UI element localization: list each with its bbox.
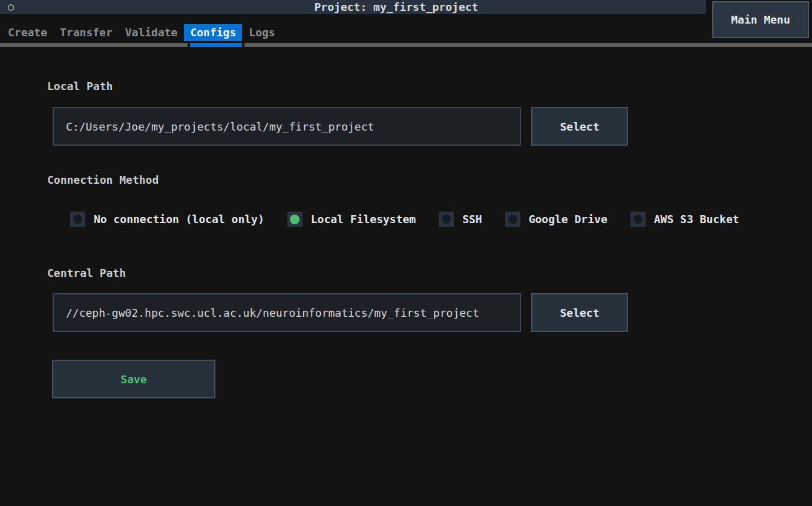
local-path-select-button[interactable]: Select <box>531 107 628 146</box>
central-path-row: Select <box>53 293 812 332</box>
radio-button-icon <box>630 212 646 227</box>
top-area: ○ Project: my_first_project Main Menu Cr… <box>0 0 812 47</box>
local-path-row: Select <box>53 107 812 146</box>
radio-label: Local Filesystem <box>311 213 416 225</box>
tab-logs[interactable]: Logs <box>243 24 281 41</box>
radio-no-connection[interactable]: No connection (local only) <box>70 212 264 227</box>
radio-aws-s3-bucket[interactable]: AWS S3 Bucket <box>630 212 739 227</box>
radio-local-filesystem[interactable]: Local Filesystem <box>287 212 416 227</box>
tab-transfer[interactable]: Transfer <box>54 24 119 41</box>
configs-panel: Local Path Select Connection Method No c… <box>0 80 812 398</box>
header-circle-icon[interactable]: ○ <box>8 1 14 13</box>
tab-underline-left <box>0 43 188 47</box>
local-path-label: Local Path <box>47 80 812 93</box>
radio-button-icon <box>287 212 303 227</box>
local-path-input[interactable] <box>53 107 521 146</box>
radio-button-icon <box>439 212 454 227</box>
tab-underline-right <box>244 43 812 47</box>
tab-validate[interactable]: Validate <box>119 24 184 41</box>
radio-button-icon <box>505 212 520 227</box>
central-path-select-button[interactable]: Select <box>531 293 628 332</box>
tab-configs[interactable]: Configs <box>184 24 242 41</box>
tab-bar: Create Transfer Validate Configs Logs <box>2 24 281 41</box>
connection-method-label: Connection Method <box>47 174 812 187</box>
radio-button-icon <box>70 212 85 227</box>
radio-ssh[interactable]: SSH <box>439 212 482 227</box>
radio-label: AWS S3 Bucket <box>654 213 739 225</box>
radio-label: No connection (local only) <box>94 213 264 225</box>
save-button[interactable]: Save <box>52 360 215 398</box>
tab-underline-active <box>190 43 242 47</box>
radio-google-drive[interactable]: Google Drive <box>505 212 607 227</box>
central-path-input[interactable] <box>53 293 521 332</box>
radio-label: SSH <box>462 213 482 225</box>
page-title: Project: my_first_project <box>0 1 793 13</box>
central-path-label: Central Path <box>47 267 812 280</box>
radio-label: Google Drive <box>529 213 607 225</box>
tab-underline <box>0 43 812 47</box>
header-bar: ○ Project: my_first_project <box>0 0 706 14</box>
main-menu-button[interactable]: Main Menu <box>712 1 809 38</box>
tab-create[interactable]: Create <box>2 24 53 41</box>
connection-method-radioset: No connection (local only) Local Filesys… <box>70 212 812 227</box>
